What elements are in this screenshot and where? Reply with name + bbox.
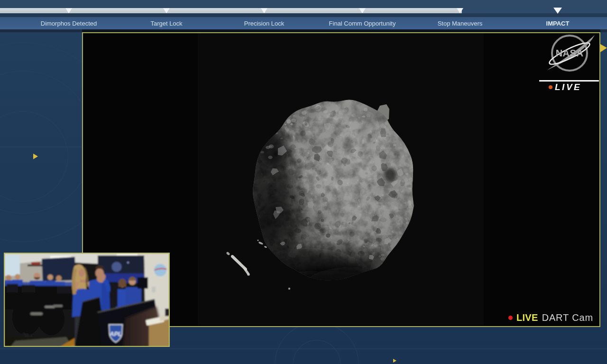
svg-text:APL: APL <box>109 330 122 337</box>
